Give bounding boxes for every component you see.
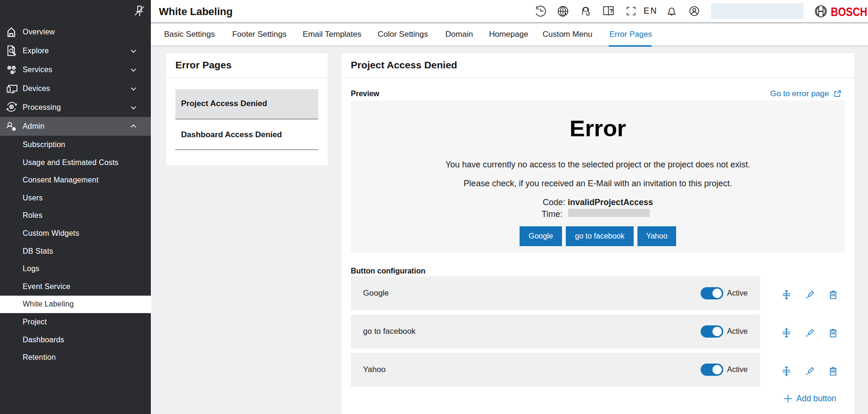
svg-text:?: ? [609, 8, 613, 15]
